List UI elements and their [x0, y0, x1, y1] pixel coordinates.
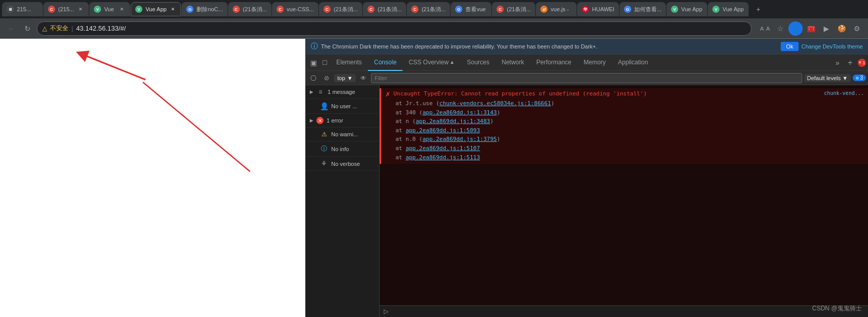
tab-15[interactable]: G 如何查看... [619, 2, 666, 16]
tab-15-label: 如何查看... [634, 6, 661, 13]
tab-6-label: (21条消... [243, 6, 267, 13]
translate-button[interactable]: A A [758, 21, 772, 36]
tab-7[interactable]: C vue-CSS... [272, 2, 318, 16]
settings-button[interactable]: ⚙ [850, 21, 864, 36]
tab-14[interactable]: 华 HUAWEI [577, 2, 619, 16]
inspect-element-button[interactable]: ▣ [308, 57, 319, 68]
cast-button[interactable]: ▶ [819, 21, 833, 36]
tab-6-favicon: C [233, 6, 240, 13]
profile-button[interactable]: 👤 [788, 21, 803, 36]
add-tab-button[interactable]: + [845, 57, 856, 68]
tab-sources[interactable]: Sources [461, 55, 495, 71]
address-bar[interactable]: △ 不安全 | 43.142.56.133/#/ [37, 21, 752, 36]
sidebar-verbose[interactable]: ⚘ No verbose [306, 157, 379, 171]
stack-line-jr: at Jr.t.use (chunk-vendors.ec58034e.js:1… [395, 99, 864, 108]
tab-8[interactable]: C (21条消... [319, 2, 362, 16]
filter-toggle-button[interactable]: ⊘ [321, 72, 332, 84]
tab-12[interactable]: C (21条消... [492, 2, 535, 16]
sidebar-no-user[interactable]: 👤 No user ... [306, 99, 379, 114]
console-input[interactable] [391, 308, 864, 315]
bookmark-button[interactable]: ☆ [773, 21, 787, 36]
stack-link-5107[interactable]: app.2ea869dd.js:1:5107 [406, 145, 480, 152]
tab-5[interactable]: G 删除noC... [182, 2, 227, 16]
eye-button[interactable]: 👁 [358, 72, 369, 84]
tab-13-favicon: sf [540, 6, 548, 13]
tab-14-label: HUAWEI [592, 6, 614, 12]
tab-3-close[interactable]: ✕ [118, 6, 126, 13]
tab-15-favicon: G [624, 6, 631, 13]
console-output[interactable]: ✗ Uncaught TypeError: Cannot read proper… [380, 85, 868, 305]
errors-label: 1 error [327, 117, 375, 124]
more-tabs-button[interactable]: » [831, 59, 844, 67]
notification-change-button[interactable]: Change DevTools theme [802, 43, 863, 50]
notification-ok-button[interactable]: Ok [781, 42, 798, 51]
stack-link-5093[interactable]: app.2ea869dd.js:1:5093 [406, 127, 480, 134]
tab-17[interactable]: V Vue App [708, 2, 749, 16]
csdn-watermark: CSDN @鬼鬼骑士 [812, 304, 862, 313]
notification-info-icon: ⓘ [311, 42, 318, 51]
log-levels-selector[interactable]: Default levels ▼ [804, 74, 851, 82]
tab-4-active[interactable]: V Vue App ✕ [131, 2, 181, 16]
context-selector[interactable]: top ▼ [334, 74, 356, 82]
tab-13[interactable]: sf vue.js - [536, 2, 577, 16]
expand-messages-arrow: ▶ [310, 89, 313, 94]
filter-input[interactable] [371, 73, 802, 83]
error-count-badge: ✕ 1 [858, 59, 866, 67]
tab-console[interactable]: Console [368, 55, 403, 71]
tab-application[interactable]: Application [612, 55, 654, 71]
tab-9[interactable]: C (21条消... [363, 2, 406, 16]
tab-memory[interactable]: Memory [578, 55, 612, 71]
tab-11-favicon: G [455, 6, 462, 13]
stack-link-5113[interactable]: app.2ea869dd.js:1:5113 [406, 154, 480, 161]
tab-2-label: (215... [58, 6, 74, 12]
tab-14-favicon: 华 [582, 6, 589, 13]
tab-3-label: Vue [104, 6, 115, 12]
extensions-button[interactable]: 🧰 [804, 21, 818, 36]
no-user-label: No user ... [331, 103, 375, 109]
devtools-notification-bar: ⓘ The Chromium Dark theme has been depre… [306, 39, 868, 55]
tab-11[interactable]: G 查看vue [451, 2, 491, 16]
tab-16[interactable]: V Vue App [666, 2, 707, 16]
reload-button[interactable]: ↻ [20, 21, 35, 36]
tab-css-overview[interactable]: CSS Overview ▲ [403, 55, 461, 71]
tab-2-close[interactable]: ✕ [77, 6, 84, 13]
error-count: 1 [862, 60, 865, 65]
sidebar-messages[interactable]: ▶ ≡ 1 message [306, 85, 379, 99]
tab-7-label: vue-CSS... [287, 6, 314, 12]
error-block-main: ✗ Uncaught TypeError: Cannot read proper… [380, 88, 868, 164]
tab-2[interactable]: C (215... ✕ [43, 2, 89, 16]
stack-link-n0[interactable]: app.2ea869dd.js:1:3795 [423, 136, 497, 142]
navigation-bar: ← ↻ △ 不安全 | 43.142.56.133/#/ A A ☆ 👤 🧰 ▶… [0, 18, 868, 39]
tab-1[interactable]: ⊞ 215... [2, 2, 43, 16]
tab-12-label: (21条消... [507, 6, 531, 13]
cookies-button[interactable]: 🍪 [834, 21, 849, 36]
tab-17-label: Vue App [723, 6, 744, 12]
stack-link-340[interactable]: app.2ea869dd.js:1:3143 [423, 109, 497, 116]
tab-4-close[interactable]: ✕ [169, 6, 177, 13]
clear-console-button[interactable]: ⎔ [308, 72, 319, 84]
tab-3[interactable]: V Vue ✕ [89, 2, 130, 16]
tab-10-label: (21条消... [421, 6, 445, 13]
device-toolbar-button[interactable]: ☐ [319, 57, 330, 68]
sidebar-info[interactable]: ⓘ No info [306, 141, 379, 157]
levels-label: Default levels [807, 75, 841, 81]
back-button[interactable]: ← [4, 21, 18, 36]
tab-elements[interactable]: Elements [330, 55, 368, 71]
error-main-line: ✗ Uncaught TypeError: Cannot read proper… [385, 90, 864, 98]
tab-6[interactable]: C (21条消... [228, 2, 271, 16]
tab-performance[interactable]: Performance [530, 55, 578, 71]
svg-line-1 [82, 54, 145, 80]
new-tab-button[interactable]: + [751, 2, 765, 16]
stack-link-n[interactable]: app.2ea869dd.js:1:3483 [416, 118, 490, 125]
sidebar-warnings[interactable]: ⚠ No warni... [306, 128, 379, 141]
tab-8-label: (21条消... [334, 6, 358, 13]
info-icon: ⓘ [320, 144, 328, 153]
tab-16-favicon: V [671, 6, 678, 13]
stack-link-jr[interactable]: chunk-vendors.ec58034e.js:1:86661 [439, 100, 551, 107]
tab-10[interactable]: C (21条消... [407, 2, 450, 16]
stack-line-n: at n (app.2ea869dd.js:1:3483) [395, 117, 864, 126]
error-source-file[interactable]: chunk-vend... [824, 90, 864, 96]
tab-network[interactable]: Network [495, 55, 530, 71]
address-separator: | [71, 25, 73, 32]
sidebar-errors[interactable]: ▶ ✕ 1 error [306, 114, 379, 128]
